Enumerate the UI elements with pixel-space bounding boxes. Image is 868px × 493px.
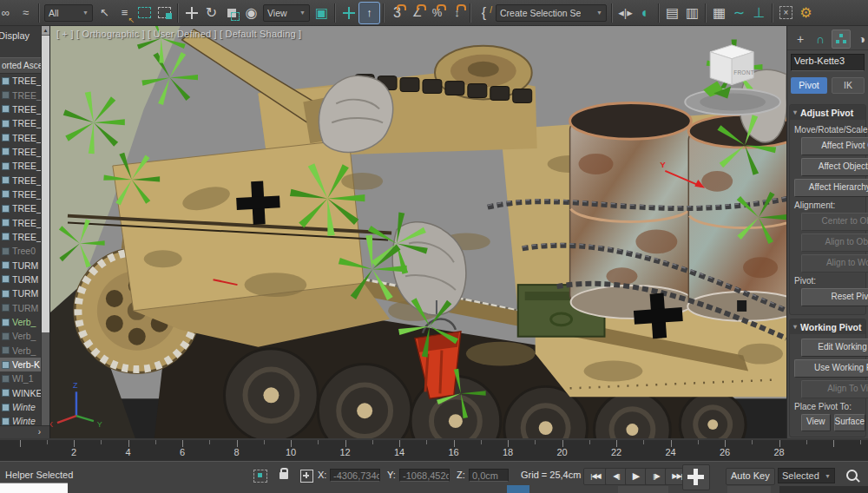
scene-object-row[interactable]: TREE_ bbox=[0, 159, 42, 173]
scrollbar-thumb[interactable] bbox=[42, 36, 49, 332]
tab-create-icon[interactable]: + bbox=[792, 30, 809, 48]
scene-explorer-hscrollbar[interactable]: › bbox=[0, 425, 49, 438]
scene-object-row[interactable]: TURM bbox=[0, 258, 42, 272]
selection-filter-dropdown[interactable]: All ▼ bbox=[44, 4, 93, 22]
viewport-label[interactable]: [ + ] [ Orthographic ] [ User Defined ] … bbox=[56, 29, 301, 39]
spinner-snap-icon[interactable]: ↕ bbox=[447, 3, 467, 23]
isolate-selection-icon[interactable] bbox=[253, 470, 267, 483]
select-and-place-icon[interactable]: ◉ bbox=[241, 3, 261, 23]
named-selection-sets-icon[interactable]: { bbox=[474, 3, 494, 23]
align-to-object-button[interactable]: Align to Object bbox=[801, 233, 868, 252]
zoom-viewport-icon[interactable] bbox=[846, 470, 858, 481]
z-coordinate-field[interactable]: 0,0cm bbox=[469, 469, 509, 482]
chevron-down-icon: ▼ bbox=[825, 473, 831, 479]
scene-object-row[interactable]: Verb-K bbox=[0, 358, 42, 371]
render-production-icon[interactable]: ⚙ bbox=[796, 3, 816, 23]
scene-object-row[interactable]: Verb_ bbox=[0, 329, 42, 343]
snaps-toggle-icon[interactable]: 3 bbox=[387, 3, 407, 23]
object-name-label: TREE_ bbox=[12, 232, 42, 242]
scene-explorer-toggle-icon[interactable]: ▤ bbox=[662, 3, 682, 23]
window-crossing-icon[interactable] bbox=[155, 3, 174, 23]
scene-object-row[interactable]: WI_1 bbox=[0, 371, 42, 385]
x-coordinate-field[interactable]: -4306,734cm bbox=[330, 469, 380, 482]
maxscript-mini-listener[interactable] bbox=[0, 483, 68, 493]
scene-object-row[interactable]: TREE_ bbox=[0, 173, 42, 187]
working-pivot-header[interactable]: ▾ Working Pivot bbox=[790, 319, 865, 334]
select-and-link-icon[interactable]: ∞ bbox=[0, 3, 16, 23]
scene-object-row[interactable]: WINKE bbox=[0, 386, 42, 400]
viewport[interactable]: Y FRONT bbox=[50, 26, 786, 438]
selection-lock-icon[interactable] bbox=[279, 472, 288, 479]
reference-coordinate-value: View bbox=[267, 8, 287, 18]
scene-object-row[interactable]: Winte bbox=[0, 400, 42, 414]
named-selection-set-dropdown[interactable]: Create Selection Se ▼ bbox=[496, 4, 607, 22]
layer-explorer-toggle-icon[interactable]: ▥ bbox=[682, 3, 702, 23]
scene-explorer-scrollbar[interactable]: ▲ ▼ bbox=[41, 26, 49, 438]
rectangular-selection-icon[interactable] bbox=[135, 3, 155, 23]
scene-object-row[interactable]: TURM bbox=[0, 301, 42, 315]
percent-snap-icon[interactable]: % bbox=[427, 3, 447, 23]
tab-hierarchy-icon[interactable] bbox=[832, 30, 851, 49]
scene-object-row[interactable]: Verb_ bbox=[0, 344, 42, 358]
align-to-world-button[interactable]: Align to World bbox=[801, 254, 868, 273]
center-to-object-button[interactable]: Center to Object bbox=[801, 213, 868, 231]
timeline-ruler[interactable]: 246810121416182022242628 bbox=[0, 438, 868, 461]
go-to-start-icon[interactable]: |◀◀ bbox=[583, 468, 608, 485]
schematic-view-icon[interactable]: ⊥ bbox=[749, 3, 769, 23]
scene-object-row[interactable]: TREE_ bbox=[0, 116, 42, 130]
ik-tab-button[interactable]: IK bbox=[832, 77, 865, 94]
ribbon-toggle-icon[interactable]: ▦ bbox=[709, 3, 729, 23]
chevron-down-icon: ▼ bbox=[299, 10, 306, 16]
scene-object-row[interactable]: Winte bbox=[0, 414, 42, 425]
scene-object-row[interactable]: TREE_ bbox=[0, 145, 42, 159]
select-and-rotate-icon[interactable]: ↻ bbox=[201, 3, 221, 23]
reset-pivot-button[interactable]: Reset Pivot bbox=[801, 288, 868, 306]
scene-object-row[interactable]: TREE_ bbox=[0, 187, 42, 201]
mirror-icon[interactable]: ◂|▸ bbox=[615, 3, 635, 23]
use-pivot-center-icon[interactable]: ▣ bbox=[312, 3, 332, 23]
set-keys-button[interactable] bbox=[682, 464, 710, 490]
scene-object-row[interactable]: TREE_ bbox=[0, 130, 42, 144]
absolute-mode-icon[interactable] bbox=[300, 470, 313, 483]
align-icon[interactable]: ◐ bbox=[635, 3, 655, 23]
tab-modify-icon[interactable]: ∩ bbox=[812, 30, 829, 48]
reference-coordinate-dropdown[interactable]: View ▼ bbox=[263, 4, 310, 22]
select-and-scale-icon[interactable] bbox=[221, 3, 241, 23]
y-coordinate-field[interactable]: -1068,452cm bbox=[399, 469, 450, 482]
render-setup-icon[interactable]: × bbox=[776, 3, 796, 23]
curve-editor-icon[interactable]: ∼ bbox=[729, 3, 749, 23]
place-pivot-view-button[interactable]: View bbox=[801, 414, 831, 431]
affect-object-only-button[interactable]: Affect Object Only bbox=[801, 158, 868, 176]
scene-object-row[interactable]: TREE_ bbox=[0, 102, 42, 116]
scene-object-row[interactable]: TREE_ bbox=[0, 215, 42, 229]
select-and-move-icon[interactable] bbox=[181, 3, 201, 23]
edit-working-pivot-button[interactable]: Edit Working Pivot bbox=[801, 339, 868, 357]
scene-object-row[interactable]: TREE_ bbox=[0, 201, 42, 215]
pivot-tab-button[interactable]: Pivot bbox=[791, 77, 827, 94]
angle-snap-icon[interactable]: ∠ bbox=[407, 3, 427, 23]
scroll-right-icon[interactable]: › bbox=[38, 426, 41, 437]
scene-object-row[interactable]: Verb_ bbox=[0, 315, 42, 329]
object-name-field[interactable]: Verb-Kette3 bbox=[791, 54, 865, 71]
key-filter-dropdown[interactable]: Selected ▼ bbox=[778, 468, 835, 483]
select-by-name-icon[interactable]: ≡ bbox=[115, 3, 135, 23]
affect-hierarchy-only-button[interactable]: Affect Hierarchy Only bbox=[794, 179, 868, 197]
adjust-pivot-header[interactable]: ▾ Adjust Pivot bbox=[790, 105, 865, 120]
tab-motion-icon[interactable]: ◑ bbox=[853, 30, 868, 48]
keyboard-override-icon[interactable]: ↑ bbox=[358, 2, 380, 24]
scene-object-row[interactable]: TURM bbox=[0, 273, 42, 286]
place-pivot-surface-button[interactable]: Surface bbox=[834, 414, 865, 431]
scene-object-row[interactable]: Tree0 bbox=[0, 244, 42, 258]
scroll-up-icon[interactable]: ▲ bbox=[42, 26, 49, 35]
scene-object-row[interactable]: TREE_ bbox=[0, 88, 42, 102]
bind-to-spacewarp-icon[interactable]: ≈ bbox=[16, 3, 36, 23]
select-and-manipulate-icon[interactable] bbox=[339, 3, 358, 23]
scene-object-row[interactable]: TREE_ bbox=[0, 74, 42, 88]
align-to-view-button[interactable]: Align To View bbox=[801, 380, 868, 398]
scene-object-row[interactable]: TURM bbox=[0, 286, 42, 300]
use-working-pivot-button[interactable]: Use Working Pivot bbox=[794, 359, 868, 378]
select-object-icon[interactable]: ↖ bbox=[95, 3, 115, 23]
affect-pivot-only-button[interactable]: Affect Pivot Only bbox=[801, 137, 868, 155]
scene-object-row[interactable]: TREE_ bbox=[0, 230, 42, 244]
auto-key-button[interactable]: Auto Key bbox=[726, 468, 775, 485]
